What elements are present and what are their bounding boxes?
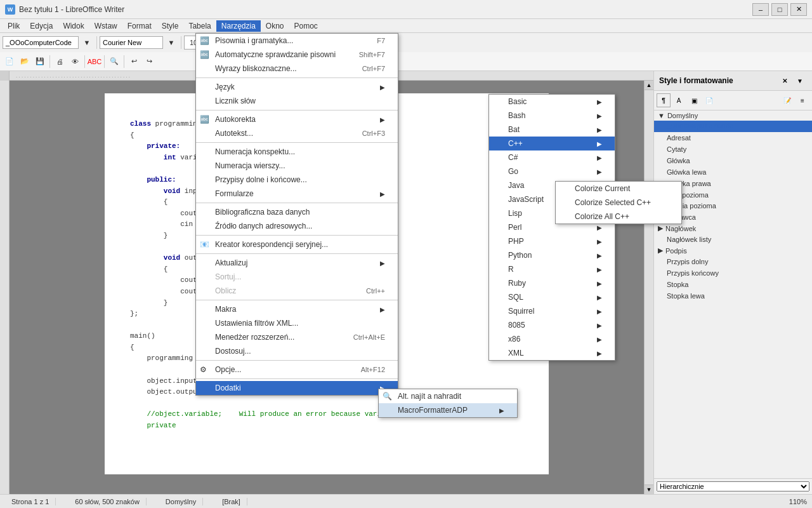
find-button[interactable]: 🔍 (107, 55, 121, 69)
language-submenu: Basic ▶ Bash ▶ Bat ▶ C++ ▶ C# ▶ Go ▶ Jav… (488, 94, 615, 361)
scroll-up-button[interactable]: ▲ (645, 81, 653, 90)
menu-item-num-konspektu[interactable]: Numeracja konspektu... (196, 145, 398, 159)
styles-filter-select[interactable]: Hierarchicznie (657, 481, 809, 491)
menu-item-zrodlo[interactable]: Źródło danych adresowych... (196, 219, 398, 233)
menu-pomoc[interactable]: Pomoc (289, 20, 323, 32)
lang-csharp[interactable]: C# ▶ (489, 150, 615, 164)
bat-arrow-icon: ▶ (597, 126, 602, 133)
style-item-stopka[interactable]: Stopka (654, 279, 812, 290)
menu-item-pisownia[interactable]: 🔤 Pisownia i gramatyka... F7 (196, 34, 398, 48)
close-button[interactable]: ✕ (790, 3, 807, 16)
lang-basic[interactable]: Basic ▶ (489, 95, 615, 109)
lang-bash[interactable]: Bash ▶ (489, 109, 615, 123)
lang-python[interactable]: Python ▶ (489, 248, 615, 262)
font-arrow-icon[interactable]: ▼ (164, 36, 178, 50)
minimize-button[interactable]: – (752, 3, 769, 16)
menu-plik[interactable]: Plik (3, 20, 25, 32)
menu-item-opcje[interactable]: ⚙ Opcje... Alt+F12 (196, 363, 398, 377)
sep1 (196, 77, 398, 78)
style-item-adresat[interactable]: Adresat (654, 132, 812, 144)
style-item-glowka-lewa[interactable]: Główka lewa (654, 166, 812, 178)
menu-item-formularze[interactable]: Formularze ▶ (196, 187, 398, 201)
style-item-stopka-lewa[interactable]: Stopka lewa (654, 290, 812, 302)
undo-button[interactable]: ↩ (127, 55, 141, 69)
cpp-colorize-current[interactable]: Colorize Current (556, 182, 681, 196)
styles-options-button[interactable]: ≡ (796, 93, 809, 107)
spellcheck-button[interactable]: ABC (88, 55, 102, 69)
cpp-colorize-selected[interactable]: Colorize Selected C++ (556, 196, 681, 210)
save-button[interactable]: 💾 (33, 55, 47, 69)
lang-8085[interactable]: 8085 ▶ (489, 318, 615, 332)
open-button[interactable]: 📂 (18, 55, 32, 69)
lang-php[interactable]: PHP ▶ (489, 234, 615, 248)
menu-item-alt-najit[interactable]: 🔍 Alt. najít a nahradit (379, 389, 517, 403)
menu-item-sortuj[interactable]: Sortuj... (196, 270, 398, 284)
lang-squirrel[interactable]: Squirrel ▶ (489, 304, 615, 318)
lang-bat[interactable]: Bat ▶ (489, 123, 615, 137)
styles-menu-button[interactable]: ▼ (793, 74, 807, 88)
print-button[interactable]: 🖨 (53, 55, 67, 69)
lang-r[interactable]: R ▶ (489, 262, 615, 276)
cpp-arrow-icon: ▶ (597, 140, 602, 147)
menu-item-jezyk[interactable]: Język ▶ (196, 80, 398, 94)
menu-item-makra[interactable]: Makra ▶ (196, 302, 398, 316)
para-styles-button[interactable]: ¶ (657, 93, 671, 107)
lang-cpp[interactable]: C++ ▶ (489, 137, 615, 150)
menu-item-licznik[interactable]: Licznik słów (196, 94, 398, 108)
style-group-naglowek[interactable]: ▶ Nagłówek (654, 223, 812, 234)
menu-item-dostosuj[interactable]: Dostosuj... (196, 344, 398, 358)
menu-item-aktualizuj[interactable]: Aktualizuj ▶ (196, 256, 398, 270)
style-group-default[interactable]: ▼ Domyślny (654, 110, 812, 121)
menu-item-dodatki[interactable]: Dodatki ▶ (196, 381, 398, 395)
cpp-colorize-all[interactable]: Colorize All C++ (556, 210, 681, 224)
menu-item-macroformatter[interactable]: MacroFormatterADP ▶ (379, 403, 517, 417)
styles-close-button[interactable]: ✕ (778, 74, 792, 88)
menu-item-bibliograficzna[interactable]: Bibliograficzna baza danych (196, 205, 398, 219)
new-style-button[interactable]: 📝 (780, 93, 794, 107)
style-item-przypis-dolny[interactable]: Przypis dolny (654, 256, 812, 267)
menu-wstaw[interactable]: Wstaw (89, 20, 122, 32)
menu-item-przypisy[interactable]: Przypisy dolne i końcowe... (196, 173, 398, 187)
menu-style[interactable]: Style (157, 20, 184, 32)
menu-item-korespondencja[interactable]: 📧 Kreator korespondencji seryjnej... (196, 237, 398, 251)
style-item-naglowek-listy[interactable]: Nagłówek listy (654, 234, 812, 245)
lang-xml[interactable]: XML ▶ (489, 346, 615, 360)
lang-go[interactable]: Go ▶ (489, 164, 615, 178)
sql-arrow-icon: ▶ (597, 294, 602, 301)
style-item-oocomputer[interactable]: _OOoComputerCode (654, 121, 812, 132)
frame-styles-button[interactable]: ▣ (687, 93, 701, 107)
style-box[interactable]: _OOoComputerCode (3, 36, 79, 49)
status-bar: Strona 1 z 1 60 słów, 500 znaków Domyśln… (0, 494, 812, 508)
menu-item-autokorekta[interactable]: 🔤 Autokorekta ▶ (196, 112, 398, 126)
style-item-przypis-koncowy[interactable]: Przypis końcowy (654, 267, 812, 279)
menu-edycja[interactable]: Edycja (25, 20, 58, 32)
lang-ruby[interactable]: Ruby ▶ (489, 276, 615, 290)
font-box[interactable]: Courier New (100, 36, 163, 49)
menu-tabela[interactable]: Tabela (183, 20, 216, 32)
menu-item-num-wierszy[interactable]: Numeracja wierszy... (196, 159, 398, 173)
menu-widok[interactable]: Widok (58, 20, 89, 32)
style-arrow-icon[interactable]: ▼ (80, 36, 94, 50)
menu-item-menedzer[interactable]: Menedżer rozszerzeń... Ctrl+Alt+E (196, 330, 398, 344)
style-item-cytaty[interactable]: Cytaty (654, 144, 812, 155)
lang-sql[interactable]: SQL ▶ (489, 290, 615, 304)
preview-button[interactable]: 👁 (68, 55, 82, 69)
redo-button[interactable]: ↪ (142, 55, 156, 69)
style-item-glowka[interactable]: Główka (654, 155, 812, 166)
menu-item-oblicz[interactable]: Oblicz Ctrl++ (196, 284, 398, 298)
menu-narzedzia[interactable]: Narzędzia (216, 20, 261, 32)
menu-format[interactable]: Format (122, 20, 157, 32)
menu-okno[interactable]: Okno (261, 20, 289, 32)
maximize-button[interactable]: □ (771, 3, 788, 16)
page-styles-button[interactable]: 📄 (702, 93, 716, 107)
style-group-podpis[interactable]: ▶ Podpis (654, 245, 812, 256)
menu-item-synonimy[interactable]: Wyrazy bliskoznaczne... Ctrl+F7 (196, 62, 398, 76)
new-button[interactable]: 📄 (3, 55, 16, 69)
lang-x86[interactable]: x86 ▶ (489, 332, 615, 346)
menu-item-autotekst[interactable]: Autotekst... Ctrl+F3 (196, 126, 398, 140)
menu-item-auto-spell[interactable]: 🔤 Automatyczne sprawdzanie pisowni Shift… (196, 48, 398, 62)
menu-item-xml-filter[interactable]: Ustawienia filtrów XML... (196, 316, 398, 330)
char-styles-button[interactable]: A (672, 93, 686, 107)
scroll-down-button[interactable]: ▼ (645, 485, 653, 494)
scrollbar-vertical[interactable]: ▲ ▼ (644, 81, 653, 494)
